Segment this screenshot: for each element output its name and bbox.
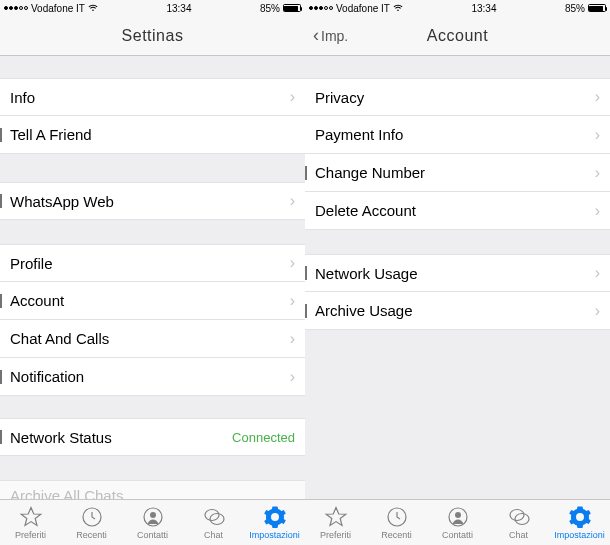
gear-icon [263,505,287,529]
chevron-right-icon: › [290,368,295,386]
svg-point-3 [150,512,156,518]
row-privacy[interactable]: Privacy › [305,78,610,116]
row-label: Network Usage [315,265,418,282]
content-scroll[interactable]: Privacy › Payment Info › Change Number ›… [305,56,610,545]
chevron-left-icon: ‹ [313,25,319,46]
tab-label: Chat [204,530,223,540]
svg-marker-0 [21,508,41,526]
signal-dots-icon [4,6,28,10]
svg-point-6 [272,514,278,520]
network-status-value: Connected [232,430,295,445]
back-button[interactable]: ‹ Imp. [313,25,348,46]
gear-icon [568,505,592,529]
tab-bar: Preferiti Recenti Contatti Chat Impostaz… [305,499,610,545]
row-change-number[interactable]: Change Number › [305,154,610,192]
row-notification[interactable]: Notification › [0,358,305,396]
tab-label: Contatti [137,530,168,540]
row-label: Chat And Calls [10,330,109,347]
row-label: Privacy [315,89,364,106]
row-tell-a-friend[interactable]: Tell A Friend [0,116,305,154]
row-label: Notification [10,368,84,385]
row-payment-info[interactable]: Payment Info › [305,116,610,154]
chevron-right-icon: › [290,330,295,348]
chevron-right-icon: › [595,264,600,282]
clock-icon [385,505,409,529]
tab-recenti[interactable]: Recenti [62,505,122,540]
status-bar: Vodafone IT 13:34 85% [305,0,610,16]
row-label: WhatsApp Web [10,193,114,210]
account-screen: Vodafone IT 13:34 85% ‹ Imp. Account Pri… [305,0,610,545]
tab-contatti[interactable]: Contatti [123,505,183,540]
chat-icon [507,505,531,529]
tab-label: Chat [509,530,528,540]
chevron-right-icon: › [595,302,600,320]
row-account[interactable]: Account › [0,282,305,320]
row-network-status[interactable]: Network Status Connected [0,418,305,456]
tab-preferiti[interactable]: Preferiti [1,505,61,540]
chevron-right-icon: › [290,88,295,106]
chevron-right-icon: › [595,126,600,144]
star-icon [324,505,348,529]
contact-icon [446,505,470,529]
star-icon [19,505,43,529]
battery-pct-label: 85% [565,3,585,14]
signal-dots-icon [309,6,333,10]
wifi-icon [393,3,403,14]
clock-icon [80,505,104,529]
battery-pct-label: 85% [260,3,280,14]
tab-preferiti[interactable]: Preferiti [306,505,366,540]
battery-icon [283,4,301,12]
row-chat-and-calls[interactable]: Chat And Calls › [0,320,305,358]
tab-recenti[interactable]: Recenti [367,505,427,540]
row-label: Payment Info [315,126,403,143]
row-network-usage[interactable]: Network Usage › [305,254,610,292]
row-delete-account[interactable]: Delete Account › [305,192,610,230]
tab-bar: Preferiti Recenti Contatti Chat Impostaz… [0,499,305,545]
carrier-label: Vodafone IT [336,3,390,14]
tab-label: Recenti [76,530,107,540]
chat-icon [202,505,226,529]
tab-label: Preferiti [15,530,46,540]
row-info[interactable]: Info › [0,78,305,116]
tab-label: Recenti [381,530,412,540]
svg-marker-7 [326,508,346,526]
chevron-right-icon: › [290,292,295,310]
nav-bar: ‹ Imp. Account [305,16,610,56]
chevron-right-icon: › [595,202,600,220]
tab-label: Preferiti [320,530,351,540]
row-label: Info [10,89,35,106]
nav-bar: Settinas [0,16,305,56]
tab-chat[interactable]: Chat [184,505,244,540]
content-scroll[interactable]: Info › Tell A Friend WhatsApp Web › Prof… [0,56,305,545]
clock-label: 13:34 [166,3,191,14]
clock-label: 13:34 [471,3,496,14]
tab-contatti[interactable]: Contatti [428,505,488,540]
row-profile[interactable]: Profile › [0,244,305,282]
settings-screen: Vodafone IT 13:34 85% Settinas Info › Te… [0,0,305,545]
chevron-right-icon: › [290,192,295,210]
row-label: Change Number [315,164,425,181]
row-archive-usage[interactable]: Archive Usage › [305,292,610,330]
contact-icon [141,505,165,529]
tab-label: Contatti [442,530,473,540]
row-whatsapp-web[interactable]: WhatsApp Web › [0,182,305,220]
row-label: Tell A Friend [10,126,92,143]
page-title: Account [427,27,488,45]
tab-impostazioni[interactable]: Impostazioni [550,505,610,540]
row-label: Archive Usage [315,302,413,319]
chevron-right-icon: › [290,254,295,272]
tab-label: Impostazioni [554,530,605,540]
wifi-icon [88,3,98,14]
tab-impostazioni[interactable]: Impostazioni [245,505,305,540]
svg-point-13 [577,514,583,520]
tab-chat[interactable]: Chat [489,505,549,540]
row-label: Account [10,292,64,309]
carrier-label: Vodafone IT [31,3,85,14]
svg-point-10 [455,512,461,518]
row-label: Network Status [10,429,112,446]
page-title: Settinas [122,27,184,45]
row-label: Profile [10,255,53,272]
chevron-right-icon: › [595,164,600,182]
status-bar: Vodafone IT 13:34 85% [0,0,305,16]
battery-icon [588,4,606,12]
